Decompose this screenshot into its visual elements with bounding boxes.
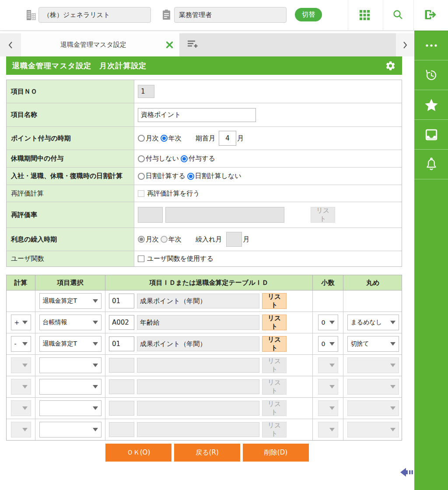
decimal-dropdown[interactable] bbox=[318, 400, 338, 416]
id-input[interactable] bbox=[109, 358, 134, 373]
select-dropdown[interactable]: 台帳情報 bbox=[39, 315, 102, 330]
name-input[interactable] bbox=[137, 358, 259, 373]
operator-dropdown[interactable]: + bbox=[11, 315, 31, 330]
logout-icon[interactable] bbox=[424, 9, 436, 20]
add-tab-icon[interactable] bbox=[187, 39, 199, 51]
close-icon[interactable] bbox=[166, 41, 173, 49]
operator-dropdown[interactable] bbox=[11, 400, 31, 416]
select-dropdown[interactable] bbox=[39, 357, 102, 373]
round-dropdown[interactable] bbox=[347, 379, 399, 395]
chevron-down-icon bbox=[390, 385, 396, 388]
round-dropdown[interactable]: 切捨て bbox=[347, 336, 399, 352]
select-dropdown[interactable]: 退職金算定T bbox=[39, 336, 102, 352]
decimal-dropdown[interactable]: 0 bbox=[318, 315, 338, 330]
list-button[interactable]: リスト bbox=[262, 379, 287, 395]
delete-button[interactable]: 削除(D) bbox=[243, 444, 309, 462]
radio-monthly[interactable] bbox=[138, 135, 145, 142]
history-icon[interactable] bbox=[414, 60, 448, 90]
name-input[interactable] bbox=[137, 294, 259, 308]
chevron-down-icon bbox=[93, 428, 98, 431]
list-button[interactable]: リスト bbox=[262, 293, 287, 309]
list-button[interactable]: リスト bbox=[262, 400, 287, 416]
round-dropdown[interactable] bbox=[347, 422, 399, 438]
search-icon[interactable] bbox=[392, 9, 403, 20]
name-input[interactable] bbox=[137, 336, 259, 351]
clipboard-icon bbox=[162, 9, 171, 22]
name-input[interactable] bbox=[137, 315, 259, 330]
name-input[interactable] bbox=[137, 422, 259, 437]
radio-yearly[interactable] bbox=[161, 135, 168, 142]
radio-prorate-yes[interactable] bbox=[138, 173, 145, 180]
company-input[interactable] bbox=[38, 7, 151, 23]
radio-grant[interactable] bbox=[181, 155, 188, 162]
select-value: 台帳情報 bbox=[43, 318, 67, 326]
chevron-down-icon bbox=[93, 406, 98, 410]
select-dropdown[interactable] bbox=[39, 422, 102, 438]
chevron-down-icon bbox=[329, 385, 335, 388]
item-name-input[interactable] bbox=[138, 108, 256, 122]
decimal-dropdown[interactable] bbox=[318, 422, 338, 438]
operator-dropdown[interactable]: - bbox=[11, 336, 31, 352]
chevron-down-icon bbox=[329, 364, 335, 367]
operator-dropdown[interactable] bbox=[11, 379, 31, 395]
role-input[interactable] bbox=[174, 7, 287, 23]
switch-button[interactable]: 切替 bbox=[295, 8, 322, 21]
prev-tab-chevron[interactable] bbox=[0, 33, 21, 56]
round-dropdown[interactable] bbox=[347, 400, 399, 416]
gear-icon[interactable] bbox=[385, 60, 396, 71]
name-input[interactable] bbox=[137, 401, 259, 416]
revaluation-checkbox[interactable] bbox=[138, 190, 144, 197]
decimal-dropdown[interactable] bbox=[318, 379, 338, 395]
start-month-input[interactable] bbox=[219, 131, 236, 146]
app-grid-icon[interactable] bbox=[360, 10, 370, 20]
operator-dropdown[interactable] bbox=[11, 357, 31, 373]
row-revaluation: 再評価計算 再評価計算を行う bbox=[7, 185, 402, 202]
list-button[interactable]: リスト bbox=[262, 422, 287, 438]
radio-prorate-no[interactable] bbox=[187, 173, 194, 180]
user-function-checkbox[interactable] bbox=[138, 256, 144, 262]
list-button[interactable]: リスト bbox=[262, 336, 287, 352]
round-dropdown[interactable]: まるめなし bbox=[347, 315, 399, 330]
id-input[interactable] bbox=[109, 315, 134, 330]
revaluation-rate-list-button[interactable]: リスト bbox=[311, 207, 335, 223]
next-tab-chevron[interactable] bbox=[396, 33, 414, 56]
more-icon[interactable] bbox=[414, 31, 448, 60]
chevron-down-icon bbox=[390, 321, 396, 324]
radio-no-grant[interactable] bbox=[138, 155, 145, 162]
add-tab-area[interactable] bbox=[179, 33, 396, 56]
id-input[interactable] bbox=[109, 401, 134, 416]
item-no-input[interactable] bbox=[138, 85, 154, 98]
decimal-dropdown[interactable] bbox=[318, 357, 338, 373]
round-dropdown[interactable] bbox=[347, 357, 399, 373]
collapse-sidebar-icon[interactable] bbox=[400, 466, 414, 480]
bell-icon[interactable] bbox=[414, 150, 448, 179]
radio-interest-yearly[interactable] bbox=[161, 236, 168, 243]
decimal-dropdown[interactable]: 0 bbox=[318, 336, 338, 352]
name-input[interactable] bbox=[137, 379, 259, 394]
interest-month-label: 繰入れ月 bbox=[196, 235, 222, 244]
list-button[interactable]: リスト bbox=[262, 315, 287, 330]
radio-interest-monthly[interactable] bbox=[138, 236, 145, 243]
select-dropdown[interactable]: 退職金算定T bbox=[39, 293, 102, 309]
id-input[interactable] bbox=[109, 336, 134, 351]
interest-month-input[interactable] bbox=[226, 232, 242, 247]
operator-dropdown[interactable] bbox=[11, 422, 31, 438]
radio-grant-label: 付与する bbox=[189, 154, 215, 163]
tray-icon[interactable] bbox=[414, 120, 448, 150]
operator-value: + bbox=[14, 319, 20, 326]
id-input[interactable] bbox=[109, 422, 134, 437]
ok-button[interactable]: ＯＫ(O) bbox=[105, 444, 172, 462]
select-dropdown[interactable] bbox=[39, 400, 102, 416]
select-dropdown[interactable] bbox=[39, 379, 102, 395]
tab-active[interactable]: 退職金管理マスタ設定 bbox=[21, 33, 179, 56]
id-input[interactable] bbox=[109, 379, 134, 394]
chevron-down-icon bbox=[93, 299, 98, 303]
revaluation-rate-id-input[interactable] bbox=[138, 207, 163, 223]
id-input[interactable] bbox=[109, 294, 134, 308]
back-button[interactable]: 戻る(R) bbox=[174, 444, 240, 462]
list-button[interactable]: リスト bbox=[262, 357, 287, 373]
chevron-down-icon bbox=[22, 364, 28, 367]
round-value: まるめなし bbox=[351, 318, 382, 326]
revaluation-rate-name-input[interactable] bbox=[165, 207, 284, 223]
star-icon[interactable] bbox=[414, 90, 448, 120]
